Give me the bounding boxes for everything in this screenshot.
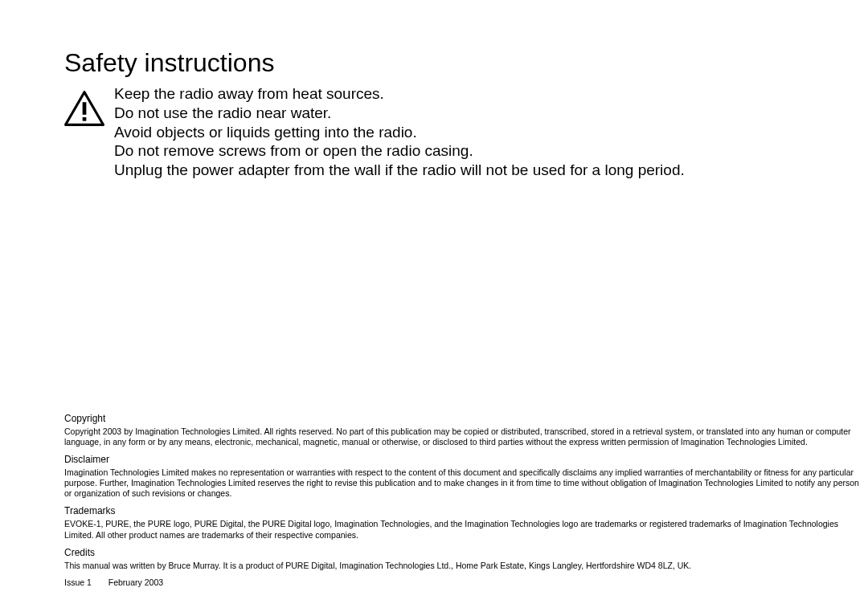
svg-rect-2: [83, 117, 87, 121]
issue-number: Issue 1: [64, 577, 92, 587]
trademarks-text: EVOKE-1, PURE, the PURE logo, PURE Digit…: [64, 519, 868, 540]
warning-line: Do not use the radio near water.: [114, 104, 685, 123]
warning-triangle-icon: [64, 91, 104, 129]
copyright-heading: Copyright: [64, 413, 868, 425]
disclaimer-text: Imagination Technologies Limited makes n…: [64, 467, 868, 499]
warning-text: Keep the radio away from heat sources. D…: [114, 84, 685, 180]
copyright-text: Copyright 2003 by Imagination Technologi…: [64, 426, 868, 447]
legal-section: Copyright Copyright 2003 by Imagination …: [64, 413, 868, 588]
document-page: Safety instructions Keep the radio away …: [0, 0, 868, 612]
warning-line: Unplug the power adapter from the wall i…: [114, 161, 685, 180]
warning-line: Do not remove screws from or open the ra…: [114, 141, 685, 161]
page-title: Safety instructions: [64, 48, 868, 78]
issue-line: Issue 1 February 2003: [64, 577, 868, 588]
credits-text: This manual was written by Bruce Murray.…: [64, 561, 868, 571]
warning-line: Keep the radio away from heat sources.: [114, 84, 685, 104]
trademarks-heading: Trademarks: [64, 505, 868, 517]
issue-date: February 2003: [108, 577, 163, 587]
credits-heading: Credits: [64, 547, 868, 559]
svg-rect-1: [83, 102, 87, 115]
disclaimer-heading: Disclaimer: [64, 454, 868, 466]
warning-block: Keep the radio away from heat sources. D…: [64, 84, 868, 180]
warning-line: Avoid objects or liquids getting into th…: [114, 123, 685, 142]
